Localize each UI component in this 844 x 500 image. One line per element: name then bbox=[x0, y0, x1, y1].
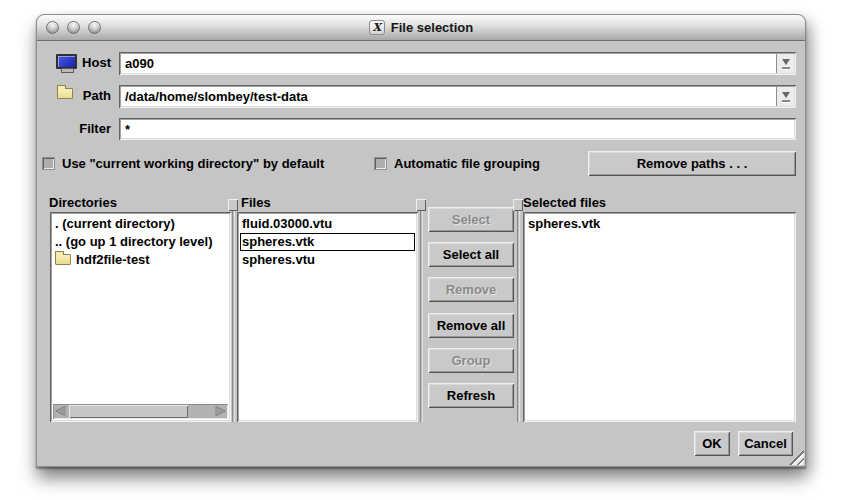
close-button[interactable] bbox=[46, 21, 59, 34]
splitter[interactable] bbox=[517, 211, 520, 422]
host-label: Host bbox=[37, 55, 111, 70]
zoom-button[interactable] bbox=[88, 21, 101, 34]
group-button[interactable]: Group bbox=[428, 348, 514, 373]
horizontal-scrollbar[interactable] bbox=[53, 404, 228, 419]
splitter[interactable] bbox=[232, 211, 235, 422]
files-list[interactable]: fluid.03000.vtu spheres.vtk spheres.vtu bbox=[237, 212, 418, 422]
list-item[interactable]: . (current directory) bbox=[53, 215, 228, 233]
minimize-button[interactable] bbox=[67, 21, 80, 34]
directories-heading: Directories bbox=[49, 195, 117, 210]
splitter-grip[interactable] bbox=[513, 199, 523, 211]
remove-paths-button[interactable]: Remove paths . . . bbox=[588, 151, 796, 176]
title-group: X File selection bbox=[369, 20, 473, 35]
splitter[interactable] bbox=[420, 211, 423, 422]
folder-icon bbox=[55, 254, 71, 265]
host-dropdown-button[interactable] bbox=[776, 54, 794, 73]
filter-input[interactable] bbox=[122, 120, 793, 138]
files-heading: Files bbox=[241, 195, 271, 210]
auto-grouping-label: Automatic file grouping bbox=[394, 151, 540, 176]
refresh-button[interactable]: Refresh bbox=[428, 383, 514, 408]
path-input[interactable] bbox=[122, 87, 774, 106]
dropdown-line-icon bbox=[782, 67, 790, 69]
file-selection-window: X File selection Host Path Filter Use "c… bbox=[36, 14, 806, 467]
select-button[interactable]: Select bbox=[428, 207, 514, 232]
filter-label: Filter bbox=[37, 121, 111, 136]
list-item[interactable]: hdf2file-test bbox=[53, 251, 228, 269]
host-field-frame bbox=[119, 52, 796, 75]
x11-logo-icon: X bbox=[369, 20, 385, 35]
list-item[interactable]: fluid.03000.vtu bbox=[240, 215, 415, 233]
use-cwd-checkbox[interactable] bbox=[42, 157, 55, 170]
selected-files-list[interactable]: spheres.vtk bbox=[523, 212, 796, 422]
scroll-right-icon[interactable] bbox=[215, 406, 225, 416]
splitter-grip[interactable] bbox=[416, 199, 426, 211]
path-field-frame bbox=[119, 85, 796, 108]
host-input[interactable] bbox=[122, 54, 774, 73]
window-title: File selection bbox=[391, 20, 473, 35]
path-dropdown-button[interactable] bbox=[776, 87, 794, 106]
directories-list[interactable]: . (current directory) .. (go up 1 direct… bbox=[50, 212, 231, 422]
path-label: Path bbox=[37, 88, 111, 103]
dropdown-line-icon bbox=[782, 100, 790, 102]
chevron-down-icon bbox=[782, 59, 790, 65]
use-cwd-label: Use "current working directory" by defau… bbox=[62, 151, 324, 176]
remove-button[interactable]: Remove bbox=[428, 277, 514, 302]
list-item[interactable]: spheres.vtk bbox=[526, 215, 793, 233]
title-bar[interactable]: X File selection bbox=[37, 15, 805, 41]
window-controls bbox=[46, 21, 101, 34]
select-all-button[interactable]: Select all bbox=[428, 242, 514, 267]
chevron-down-icon bbox=[782, 92, 790, 98]
auto-grouping-checkbox[interactable] bbox=[374, 157, 387, 170]
splitter-grip[interactable] bbox=[228, 199, 238, 211]
scrollbar-thumb[interactable] bbox=[69, 405, 188, 418]
selected-files-heading: Selected files bbox=[523, 195, 606, 210]
list-item[interactable]: .. (go up 1 directory level) bbox=[53, 233, 228, 251]
list-item-focused[interactable]: spheres.vtk bbox=[240, 233, 415, 251]
remove-all-button[interactable]: Remove all bbox=[428, 313, 514, 338]
filter-field-frame bbox=[119, 118, 796, 140]
scroll-left-icon[interactable] bbox=[56, 406, 66, 416]
ok-button[interactable]: OK bbox=[694, 431, 730, 456]
cancel-button[interactable]: Cancel bbox=[738, 431, 793, 456]
list-item[interactable]: spheres.vtu bbox=[240, 251, 415, 269]
list-item-label: hdf2file-test bbox=[76, 252, 150, 267]
